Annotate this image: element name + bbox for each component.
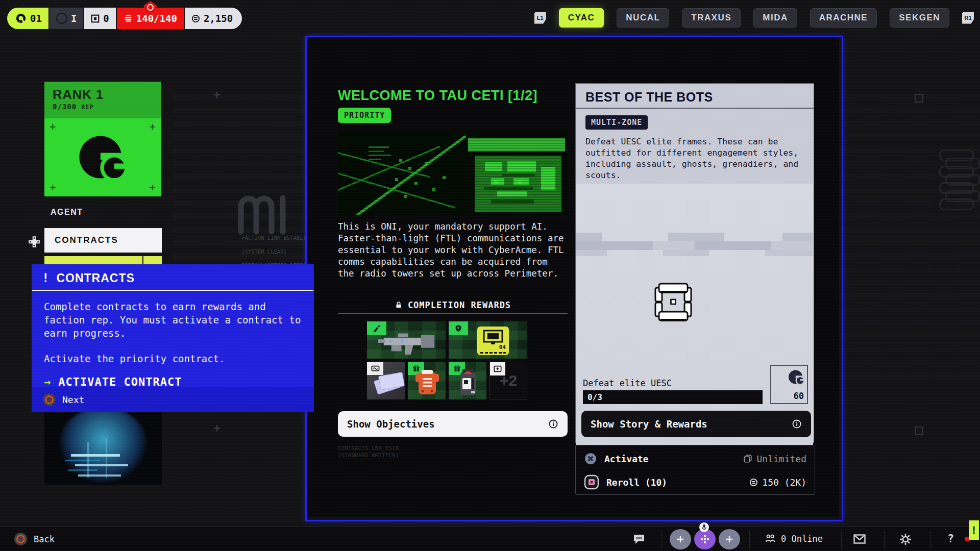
reward-tile-keycards[interactable]: [367, 362, 405, 399]
mail-icon[interactable]: [853, 534, 866, 544]
gamepad-circle-button-icon: [43, 393, 56, 406]
tab-traxus[interactable]: TRAXUS: [682, 8, 741, 28]
credits-value: 2,150: [204, 13, 233, 24]
tab-nucal[interactable]: NUCAL: [617, 8, 669, 28]
multi-zone-badge: MULTI-ZONE: [585, 115, 648, 130]
next-button[interactable]: Next: [62, 394, 84, 405]
tab-sekgen[interactable]: SEKGEN: [890, 8, 949, 28]
completion-rewards-header: COMPLETION REWARDS: [338, 300, 568, 310]
loadout-label: I: [71, 13, 77, 24]
keycard-category-badge: [367, 362, 383, 375]
separator: [930, 530, 930, 548]
reward-tile-gadget[interactable]: 04: [449, 321, 527, 359]
lock-icon: [395, 301, 403, 309]
background-plus-marker: +: [213, 88, 220, 102]
bottom-bar: Back: [0, 527, 980, 551]
background-square-marker: [915, 427, 923, 435]
chat-icon[interactable]: [633, 534, 645, 545]
activate-limit-label: Unlimited: [756, 454, 806, 464]
add-party-slot[interactable]: [670, 529, 691, 549]
gadget-item-image: 04: [477, 327, 509, 355]
slot-count: 0: [103, 13, 109, 24]
settings-gear-icon[interactable]: [899, 533, 912, 545]
back-label: Back: [34, 534, 55, 544]
activate-contract-link[interactable]: → ACTIVATE CONTRACT: [32, 365, 314, 388]
notification-alert-badge[interactable]: !: [969, 520, 979, 540]
smg-weapon-image: [372, 328, 444, 357]
loadout-circle-icon: [56, 13, 67, 24]
reward-tile-more[interactable]: +2: [489, 362, 527, 399]
rep-label: REP: [82, 104, 94, 111]
reward-tile-weapon[interactable]: [367, 321, 446, 359]
player-avatar[interactable]: [694, 529, 716, 549]
background-coil-pattern: [939, 153, 980, 210]
cyberacme-logo-small: [788, 368, 805, 386]
add-party-slot[interactable]: [719, 529, 740, 549]
mic-status-icon: [699, 522, 709, 532]
alarm-icon: [143, 1, 157, 13]
popup-title: CONTRACTS: [56, 271, 134, 285]
alert-exclamation: !: [972, 524, 976, 536]
more-rewards-badge: [490, 362, 505, 375]
rep-reward-amount: 60: [794, 391, 804, 401]
player-hud: 01 I 0 140/140 2,150: [7, 8, 242, 29]
priority-badge: PRIORITY: [338, 108, 391, 123]
reroll-row[interactable]: Reroll (10) 150 (2K): [576, 470, 815, 494]
gamepad-square-button-icon: [584, 474, 599, 490]
rank-number: 01: [30, 13, 42, 24]
bot-contract-title: BEST OF THE BOTS: [585, 90, 713, 105]
info-icon: [792, 419, 802, 429]
online-count-label: 0 Online: [781, 534, 823, 544]
rank-rep-value: 0/300: [53, 103, 77, 111]
rank-card: RANK 1 0/300 REP + + + +: [44, 82, 161, 196]
background-plus-marker: +: [213, 421, 220, 436]
gamepad-cross-button-icon: [584, 452, 597, 465]
corner-cross: +: [149, 124, 156, 130]
activate-row[interactable]: Activate Unlimited: [576, 446, 815, 471]
popup-header: ! CONTRACTS: [32, 264, 314, 290]
activate-label: Activate: [604, 454, 649, 464]
background-stripes-right: [841, 94, 980, 380]
reward-tile-gift-bot[interactable]: [408, 362, 446, 399]
popup-paragraph-1: Complete contracts to earn rewards and f…: [32, 291, 314, 340]
tab-cyac[interactable]: CYAC: [559, 8, 604, 28]
contract-title: WELCOME TO TAU CETI [1/2]: [338, 88, 537, 104]
contract-description: This is ONI, your mandatory support AI. …: [338, 221, 569, 280]
coin-icon: [191, 14, 200, 23]
right-bumper-hint: R1: [962, 12, 974, 24]
rank-card-body: + + + +: [44, 118, 161, 196]
gadget-category-badge: [449, 321, 468, 335]
card-icon: [371, 365, 380, 372]
card-divider: [576, 108, 814, 109]
tab-arachne[interactable]: ARACHNE: [810, 8, 877, 28]
slot-icon: [91, 14, 100, 23]
reward-tile-gift-device[interactable]: [449, 362, 486, 399]
back-control[interactable]: Back: [14, 533, 55, 545]
background-square-marker: [915, 94, 923, 103]
show-story-rewards-button[interactable]: Show Story & Rewards: [581, 411, 811, 437]
contract-actions-panel: Activate Unlimited Reroll (10): [575, 445, 815, 495]
show-objectives-label: Show Objectives: [347, 418, 435, 430]
shield-icon: [454, 324, 462, 333]
device-image: [458, 369, 478, 396]
help-button[interactable]: ?: [947, 532, 954, 545]
tab-mida[interactable]: MIDA: [753, 8, 797, 28]
show-objectives-button[interactable]: Show Objectives: [338, 411, 568, 437]
left-bumper-hint: L1: [534, 12, 546, 24]
sidebar-item-contracts[interactable]: CONTRACTS: [44, 228, 162, 253]
contracts-item-label: CONTRACTS: [55, 235, 118, 245]
rep-reward-tile: 60: [770, 365, 808, 404]
popup-paragraph-2: Activate the priority contract.: [32, 340, 314, 365]
corner-cross: +: [149, 185, 156, 190]
loadout-segment: I: [50, 8, 83, 29]
cyberacme-logo: [76, 131, 129, 184]
unlimited-uses-icon: [743, 454, 752, 463]
plus-icon: [725, 535, 734, 544]
contracts-tutorial-popup: ! CONTRACTS Complete contracts to earn r…: [32, 264, 314, 412]
corner-cross: +: [50, 185, 56, 190]
agent-ring-icon: [15, 13, 27, 24]
objective-progress-value: 0/3: [587, 392, 602, 402]
faction-tabs: L1 CYAC NUCAL TRAXUS MIDA ARACHNE SEKGEN…: [534, 8, 974, 28]
separator: [749, 530, 750, 548]
rank-card-header: RANK 1 0/300 REP: [44, 82, 161, 118]
